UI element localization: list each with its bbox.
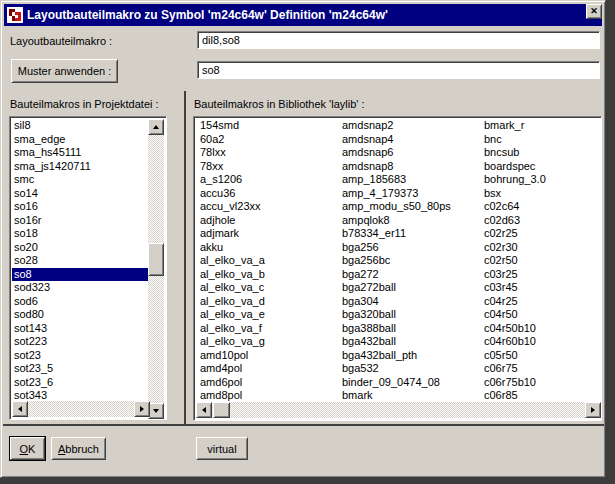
scroll-left-button[interactable] [12,401,28,417]
library-macro-item[interactable]: bga272ball [342,281,484,295]
close-button[interactable]: ✕ [586,4,602,19]
library-macro-item[interactable]: amdsnap8 [342,160,484,174]
ok-button[interactable]: OK [10,437,45,460]
library-list-hscroll-thumb[interactable] [213,402,230,418]
library-macro-item[interactable]: al_elko_va_d [200,295,342,309]
library-list-hscrollbar[interactable] [196,402,601,418]
library-macro-item[interactable]: amd4pol [200,362,342,376]
project-macro-item[interactable]: sot223 [12,335,148,349]
library-macro-item[interactable]: akku [200,241,342,255]
scroll-right-button[interactable] [134,401,150,417]
project-macro-item[interactable]: sot23_6 [12,376,148,390]
library-macro-item[interactable]: bsx [484,187,597,201]
project-macro-item[interactable]: sod323 [12,281,148,295]
library-macro-item[interactable]: bohrung_3.0 [484,173,597,187]
library-macro-item[interactable]: b78334_er11 [342,227,484,241]
project-macro-item[interactable]: sot143 [12,322,148,336]
library-macro-item[interactable]: bmark_r [484,119,597,133]
project-macro-item[interactable]: sot23 [12,349,148,363]
apply-pattern-button[interactable]: Muster anwenden : [11,59,118,83]
library-macro-item[interactable]: c03r45 [484,281,597,295]
library-macro-item[interactable]: bga256bc [342,254,484,268]
project-macro-item[interactable]: sot23_5 [12,362,148,376]
library-macro-item[interactable]: bga256 [342,241,484,255]
project-macro-item[interactable]: smc [12,173,148,187]
virtual-button[interactable]: virtual [196,437,248,460]
library-macro-item[interactable]: amd10pol [200,349,342,363]
library-macro-item[interactable]: al_elko_va_e [200,308,342,322]
project-macro-item[interactable]: sod6 [12,295,148,309]
library-macro-item[interactable]: bga388ball [342,322,484,336]
library-macro-item[interactable]: 60a2 [200,133,342,147]
project-macro-item[interactable]: sma_hs45111 [12,146,148,160]
scroll-down-button[interactable] [148,403,164,419]
library-macro-item[interactable]: 78xx [200,160,342,174]
library-macro-item[interactable]: bncsub [484,146,597,160]
project-macro-item[interactable]: so20 [12,241,148,255]
project-macro-item[interactable]: so14 [12,187,148,201]
project-macro-item[interactable]: sod80 [12,308,148,322]
library-macro-item[interactable]: boardspec [484,160,597,174]
library-macro-item[interactable]: amdsnap2 [342,119,484,133]
library-macro-item[interactable]: c02c64 [484,200,597,214]
library-macro-item[interactable]: ampqlok8 [342,214,484,228]
library-macro-item[interactable]: bga304 [342,295,484,309]
library-macro-item[interactable]: amdsnap4 [342,133,484,147]
library-macro-item[interactable]: c02r30 [484,241,597,255]
project-list-hscrollbar[interactable] [12,401,150,417]
cancel-button[interactable]: Abbruch [51,437,106,460]
project-macro-item[interactable]: so16 [12,200,148,214]
library-macro-item[interactable]: 78lxx [200,146,342,160]
library-macro-item[interactable]: bga432ball_pth [342,349,484,363]
library-macro-item[interactable]: bnc [484,133,597,147]
library-macro-item[interactable]: c04r50 [484,308,597,322]
scroll-left-button[interactable] [196,402,212,418]
library-macro-item[interactable]: amd8pol [200,389,342,403]
library-macro-item[interactable]: c02r50 [484,254,597,268]
library-macro-item[interactable]: bga532 [342,362,484,376]
library-macro-item[interactable]: bga320ball [342,308,484,322]
project-macro-item[interactable]: so18 [12,227,148,241]
library-macro-item[interactable]: c04r60b10 [484,335,597,349]
project-macro-item[interactable]: sma_js1420711 [12,160,148,174]
library-macro-item[interactable]: c04r25 [484,295,597,309]
library-macro-item[interactable]: adjmark [200,227,342,241]
project-macro-item[interactable]: so16r [12,214,148,228]
library-macro-item[interactable]: amdsnap6 [342,146,484,160]
library-macro-item[interactable]: al_elko_va_g [200,335,342,349]
project-macro-item[interactable]: sil8 [12,119,148,133]
library-macro-item[interactable]: bga272 [342,268,484,282]
pattern-input[interactable]: so8 [197,61,600,79]
scroll-right-button[interactable] [585,402,601,418]
project-list-vscroll-thumb[interactable] [148,243,164,276]
library-macro-item[interactable]: al_elko_va_c [200,281,342,295]
layout-macro-input[interactable]: dil8,so8 [197,31,600,49]
library-macro-item[interactable]: amd6pol [200,376,342,390]
library-macro-item[interactable]: accu36 [200,187,342,201]
library-macro-item[interactable]: bmark [342,389,484,403]
library-macro-item[interactable]: adjhole [200,214,342,228]
library-macro-item[interactable]: c06r75b10 [484,376,597,390]
library-macro-item[interactable]: c06r85 [484,389,597,403]
project-macro-item[interactable]: so8 [12,268,148,282]
library-macro-item[interactable]: bga432ball [342,335,484,349]
library-macro-item[interactable]: al_elko_va_a [200,254,342,268]
titlebar[interactable]: Layoutbauteilmakro zu Symbol 'm24c64w' D… [4,4,602,26]
library-macro-item[interactable]: c04r50b10 [484,322,597,336]
library-macro-item[interactable]: al_elko_va_f [200,322,342,336]
library-macro-item[interactable]: c02d63 [484,214,597,228]
project-macro-item[interactable]: sma_edge [12,133,148,147]
library-macro-item[interactable]: binder_09_0474_08 [342,376,484,390]
library-macro-item[interactable]: c03r25 [484,268,597,282]
library-macro-item[interactable]: c05r50 [484,349,597,363]
library-macro-item[interactable]: al_elko_va_b [200,268,342,282]
library-macro-item[interactable]: a_s1206 [200,173,342,187]
library-macro-item[interactable]: c02r25 [484,227,597,241]
project-macro-item[interactable]: so28 [12,254,148,268]
library-macro-item[interactable]: accu_vl23xx [200,200,342,214]
library-macro-item[interactable]: amp_185683 [342,173,484,187]
library-macro-item[interactable]: amp_modu_s50_80ps [342,200,484,214]
library-macro-item[interactable]: c06r75 [484,362,597,376]
library-macro-item[interactable]: 154smd [200,119,342,133]
library-macro-item[interactable]: amp_4_179373 [342,187,484,201]
